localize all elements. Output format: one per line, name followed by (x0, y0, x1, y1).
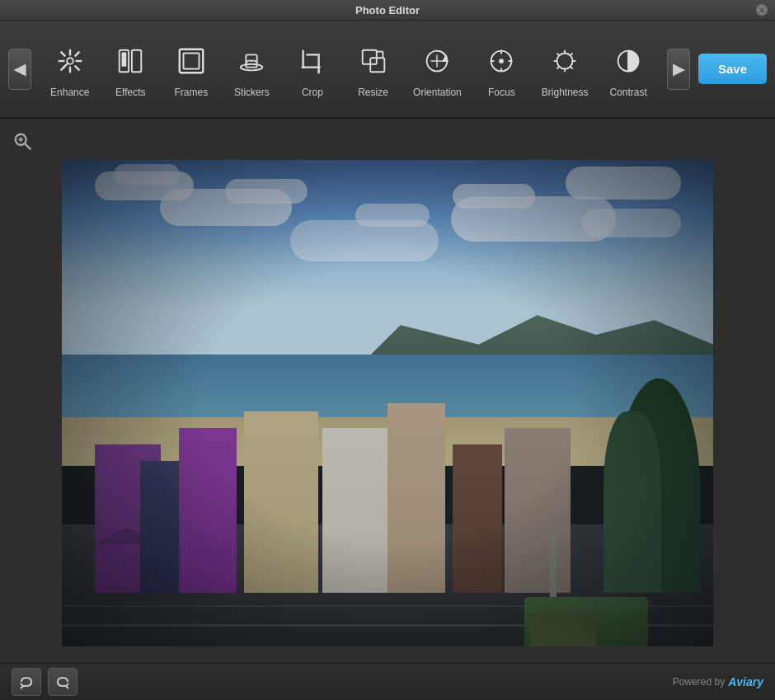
svg-line-0 (60, 51, 65, 56)
svg-line-2 (74, 51, 79, 56)
orientation-label: Orientation (413, 87, 462, 98)
tool-orientation[interactable]: Orientation (408, 34, 467, 105)
svg-line-9 (62, 62, 68, 68)
toolbar-next-button[interactable]: ▶ (667, 49, 690, 90)
enhance-label: Enhance (50, 87, 89, 98)
crop-label: Crop (302, 87, 323, 98)
save-button[interactable]: Save (698, 54, 767, 84)
toolbar-tools: Enhance Effects (31, 34, 667, 105)
tool-brightness[interactable]: Brightness (537, 34, 594, 105)
enhance-icon (49, 40, 91, 82)
focus-label: Focus (488, 87, 515, 98)
tool-effects[interactable]: Effects (105, 34, 156, 105)
svg-line-42 (557, 66, 560, 68)
close-button[interactable]: ✕ (755, 3, 768, 16)
svg-rect-13 (123, 62, 126, 65)
effects-label: Effects (115, 87, 145, 98)
tool-focus[interactable]: Focus (476, 34, 527, 105)
svg-line-4 (74, 65, 79, 70)
svg-line-39 (557, 53, 560, 55)
toolbar: ◀ Enhance (0, 21, 775, 118)
tool-frames[interactable]: Frames (166, 34, 217, 105)
title-bar: Photo Editor ✕ (0, 0, 775, 21)
svg-rect-16 (183, 53, 199, 68)
frames-icon (171, 40, 212, 82)
tool-resize[interactable]: Resize (348, 34, 399, 105)
resize-label: Resize (358, 87, 388, 98)
history-buttons (12, 668, 78, 696)
brightness-icon (544, 40, 585, 82)
zoom-icon[interactable] (12, 130, 35, 153)
powered-by-text: Powered by Aviary (673, 675, 763, 688)
svg-line-40 (571, 66, 573, 68)
contrast-icon (608, 40, 649, 82)
contrast-label: Contrast (609, 87, 646, 98)
orientation-icon (416, 40, 458, 82)
app-title: Photo Editor (355, 4, 420, 16)
stickers-label: Stickers (234, 87, 270, 98)
toolbar-prev-button[interactable]: ◀ (8, 49, 31, 90)
city-layer (62, 403, 713, 646)
main-area (0, 119, 775, 663)
svg-rect-14 (132, 49, 141, 72)
tool-enhance[interactable]: Enhance (45, 34, 96, 105)
effects-icon (110, 40, 151, 82)
svg-line-41 (571, 53, 573, 55)
svg-rect-12 (123, 58, 126, 61)
undo-button[interactable] (12, 668, 41, 696)
powered-by-label: Powered by (673, 676, 725, 688)
crop-icon (292, 40, 333, 82)
tool-contrast[interactable]: Contrast (603, 34, 654, 105)
brand-name: Aviary (728, 675, 763, 688)
frames-label: Frames (175, 87, 209, 98)
brightness-label: Brightness (542, 87, 589, 98)
redo-button[interactable] (48, 668, 78, 696)
svg-rect-11 (123, 53, 126, 56)
resize-icon (353, 40, 394, 82)
svg-line-45 (25, 143, 31, 148)
bottom-bar: Powered by Aviary (0, 663, 775, 700)
photo-canvas (62, 160, 713, 646)
tool-crop[interactable]: Crop (287, 34, 338, 105)
tool-stickers[interactable]: Stickers (226, 34, 277, 105)
focus-icon (481, 40, 522, 82)
photo-image (62, 160, 713, 646)
svg-point-29 (500, 59, 503, 63)
stickers-icon (231, 40, 272, 82)
